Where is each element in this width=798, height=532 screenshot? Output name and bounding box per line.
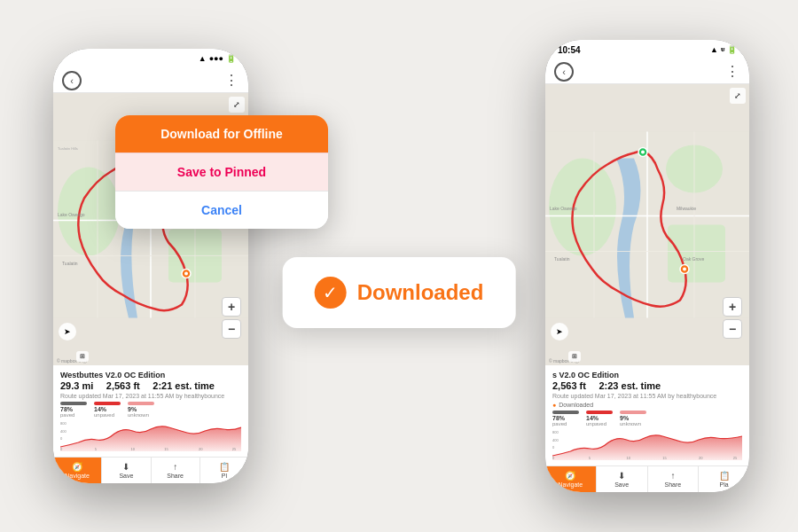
svg-text:Tualatin Hills: Tualatin Hills [58,146,78,151]
save-pinned-button[interactable]: Save to Pinned [115,153,328,191]
left-zoom-in[interactable]: + [222,297,241,317]
left-location-button[interactable]: ➤ [59,323,76,340]
right-route-stats: 2,563 ft 2:23 est. time [552,380,742,391]
phone-right: 10:54 ▲ ᵾ 🔋 ‹ ⋮ [545,40,749,492]
left-share-button[interactable]: ↑ Share [152,458,200,483]
right-zoom-in[interactable]: + [723,297,742,317]
left-map-controls: + − [222,297,241,339]
download-popup: Download for Offline Save to Pinned Canc… [115,115,328,229]
svg-text:Milwaukie: Milwaukie [677,206,696,211]
downloaded-label: Downloaded [357,280,484,305]
downloaded-toast: ✓ Downloaded [283,257,516,328]
svg-text:20: 20 [199,447,203,451]
cancel-button[interactable]: Cancel [115,191,328,229]
right-share-button[interactable]: ↑ Share [648,466,700,492]
left-route-title: Westbuttes V2.0 OC Edition [60,371,241,379]
svg-text:800: 800 [552,430,559,434]
svg-text:15: 15 [164,447,168,451]
svg-point-36 [641,151,645,154]
right-plan-button[interactable]: 📋 Pla [699,466,749,492]
svg-text:10: 10 [627,456,631,460]
left-route-stats: 29.3 mi 2,563 ft 2:21 est. time [60,380,241,391]
right-route-title: s V2.0 OC Edition [552,371,742,379]
right-route-info: s V2.0 OC Edition 2,563 ft 2:23 est. tim… [545,365,749,466]
left-surface-row: 78% paved 14% unpaved 9% unknown [60,402,241,418]
left-elevation-chart: 0 5 10 15 20 25 800 400 0 [60,420,241,451]
svg-text:10: 10 [131,447,136,451]
right-status-icons: ▲ ᵾ 🔋 [710,45,737,54]
right-save-button[interactable]: ⬇ Save [597,466,648,492]
right-map-controls: + − [723,297,742,339]
svg-text:400: 400 [552,438,559,442]
svg-text:0: 0 [60,436,63,441]
right-location-button[interactable]: ➤ [551,323,568,340]
svg-text:Tualatin: Tualatin [62,261,78,266]
right-menu-button[interactable]: ⋮ [725,63,740,80]
left-nav-bar: ‹ ⋮ [53,68,248,93]
downloaded-check-icon: ✓ [315,277,347,309]
svg-text:25: 25 [733,456,738,460]
left-back-button[interactable]: ‹ [62,71,82,90]
left-status-bar: ▲ ●●● 🔋 [53,49,248,68]
left-route-info: Westbuttes V2.0 OC Edition 29.3 mi 2,563… [53,365,248,457]
left-surface-paved: 78% paved [60,402,87,418]
left-action-bar: 🧭 Navigate ⬇ Save ↑ Share 📋 Pl [53,457,248,483]
right-surface-unknown: 9% unknown [620,411,646,426]
right-nav-bar: ‹ ⋮ [545,59,749,84]
svg-text:400: 400 [60,429,67,434]
right-surface-row: 78% paved 14% unpaved 9% unknown [552,411,742,426]
svg-text:25: 25 [232,447,237,451]
svg-point-38 [683,268,686,271]
left-navigate-button[interactable]: 🧭 Navigate [53,458,102,483]
left-zoom-out[interactable]: − [222,319,241,339]
right-expand-button[interactable]: ⤢ [730,88,746,104]
left-status-icons: ▲ ●●● 🔋 [199,54,236,63]
right-action-bar: 🧭 Navigate ⬇ Save ↑ Share 📋 Pla [545,466,749,492]
svg-text:Tualatin: Tualatin [554,256,570,262]
left-route-updated: Route updated Mar 17, 2023 at 11:55 AM b… [60,393,241,399]
right-navigate-button[interactable]: 🧭 Navigate [545,466,597,492]
svg-point-12 [184,272,188,276]
left-surface-unpaved: 14% unpaved [94,402,121,418]
right-back-button[interactable]: ‹ [554,62,574,82]
left-save-button[interactable]: ⬇ Save [102,458,151,483]
svg-text:Lake Oswego: Lake Oswego [550,206,577,211]
left-layer-button[interactable]: ⊞ [76,351,89,362]
right-status-bar: 10:54 ▲ ᵾ 🔋 [545,40,749,59]
svg-text:Lake Oswego: Lake Oswego [58,212,85,217]
right-layer-button[interactable]: ⊞ [568,351,581,362]
phone-left: ▲ ●●● 🔋 ‹ ⋮ [53,49,248,483]
right-surface-unpaved: 14% unpaved [586,411,613,426]
right-surface-paved: 78% paved [552,411,579,426]
svg-text:0: 0 [552,445,555,450]
right-elevation-chart: 0 5 10 15 20 25 800 400 0 [552,429,742,460]
left-menu-button[interactable]: ⋮ [224,72,239,89]
svg-text:15: 15 [662,456,667,460]
svg-text:Oak Grove: Oak Grove [683,256,704,262]
svg-rect-29 [668,225,725,283]
scene: ▲ ●●● 🔋 ‹ ⋮ [0,0,798,532]
right-map: Lake Oswego Milwaukie Tualatin Oak Grove… [545,84,749,365]
left-plan-button[interactable]: 📋 Pl [200,458,248,483]
download-offline-button[interactable]: Download for Offline [115,115,328,153]
left-expand-button[interactable]: ⤢ [229,97,245,113]
svg-text:20: 20 [699,456,703,460]
right-downloaded-badge: ● Downloaded [552,402,742,408]
right-zoom-out[interactable]: − [723,319,742,339]
svg-text:800: 800 [60,421,67,426]
right-route-updated: Route updated Mar 17, 2023 at 11:55 AM b… [552,393,742,399]
left-surface-unknown: 9% unknown [128,402,154,418]
